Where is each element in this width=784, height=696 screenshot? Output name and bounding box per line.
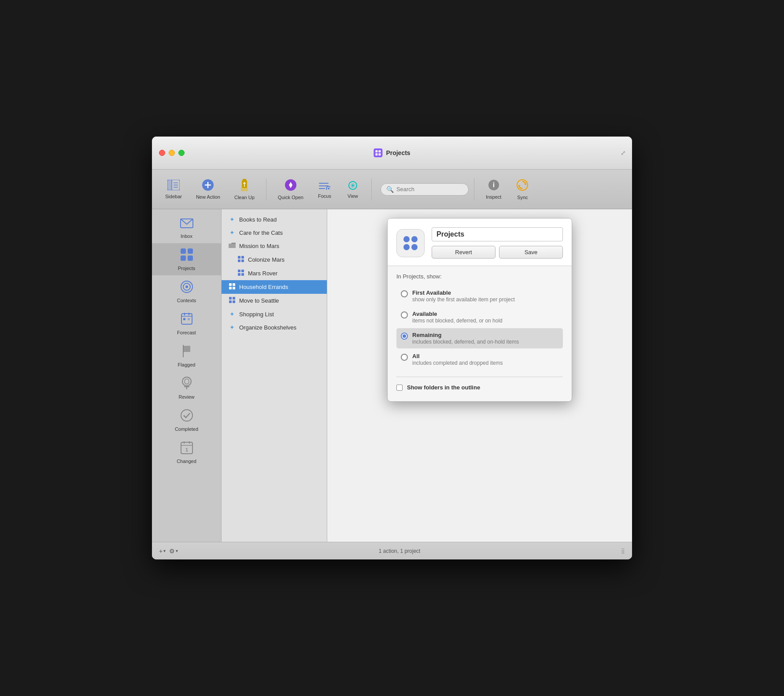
review-icon: [181, 376, 193, 392]
popup-radio-group: First Available show only the first avai…: [396, 286, 563, 370]
list-item-rover[interactable]: Mars Rover: [222, 267, 327, 280]
list-item-mars-folder[interactable]: Mission to Mars: [222, 239, 327, 253]
projects-icon: [180, 248, 194, 264]
show-folders-row[interactable]: Show folders in the outline: [396, 382, 563, 392]
svg-marker-48: [183, 346, 190, 352]
list-item-colonize[interactable]: Colonize Mars: [222, 253, 327, 267]
minimize-button[interactable]: [169, 150, 175, 156]
popup-dot-3: [403, 244, 410, 250]
gear-dropdown-icon: ▾: [176, 548, 178, 553]
quick-open-button[interactable]: Quick Open: [272, 175, 310, 204]
bookshelves-icon: ✦: [229, 324, 236, 331]
sync-label: Sync: [517, 195, 528, 200]
svg-rect-45: [183, 318, 185, 320]
new-action-button[interactable]: New Action: [190, 176, 226, 203]
view-icon: [347, 180, 359, 192]
sidebar-item-completed[interactable]: Completed: [152, 404, 221, 436]
option-all-text: All includes completed and dropped items: [412, 353, 558, 366]
mars-folder-icon: [229, 242, 236, 250]
view-label: View: [348, 193, 358, 199]
radio-remaining[interactable]: [401, 333, 408, 340]
sidebar-item-forecast[interactable]: Forecast: [152, 307, 221, 340]
forecast-label: Forecast: [177, 330, 196, 335]
search-input[interactable]: [396, 186, 463, 193]
list-item-seattle[interactable]: Move to Seattle: [222, 294, 327, 307]
radio-first-available[interactable]: [401, 290, 408, 297]
option-remaining[interactable]: Remaining includes blocked, deferred, an…: [396, 328, 563, 348]
toolbar-separator-1: [266, 178, 266, 200]
statusbar-text: 1 action, 1 project: [181, 548, 618, 554]
traffic-lights: [159, 150, 185, 156]
window-title: Projects: [386, 149, 410, 156]
close-button[interactable]: [159, 150, 165, 156]
option-available-text: Available items not blocked, deferred, o…: [412, 311, 558, 324]
quick-open-icon: [285, 179, 297, 193]
statusbar-gear-button[interactable]: ⚙ ▾: [169, 548, 178, 555]
new-action-icon: [202, 179, 214, 193]
option-first-available[interactable]: First Available show only the first avai…: [396, 286, 563, 306]
statusbar-add-button[interactable]: + ▾: [159, 548, 166, 555]
option-all-desc: includes completed and dropped items: [412, 360, 558, 366]
option-first-available-desc: show only the first available item per p…: [412, 296, 558, 303]
radio-all[interactable]: [401, 354, 408, 361]
inspect-button[interactable]: i Inspect: [480, 176, 507, 203]
svg-rect-59: [238, 256, 240, 259]
svg-rect-60: [241, 256, 244, 259]
toolbar: Sidebar New Action: [152, 170, 632, 209]
list-item-cats[interactable]: ✦ Care for the Cats: [222, 226, 327, 239]
maximize-button[interactable]: [178, 150, 185, 156]
list-item-books[interactable]: ✦ Books to Read: [222, 213, 327, 226]
mars-folder-text: Mission to Mars: [239, 243, 320, 249]
svg-rect-62: [241, 259, 244, 262]
projects-label: Projects: [178, 266, 196, 271]
option-remaining-desc: includes blocked, deferred, and on-hold …: [412, 339, 558, 345]
inspect-label: Inspect: [486, 194, 501, 200]
svg-rect-34: [181, 248, 186, 254]
svg-rect-46: [188, 318, 190, 320]
search-box[interactable]: 🔍: [381, 183, 469, 196]
option-all[interactable]: All includes completed and dropped items: [396, 349, 563, 370]
settings-popup: Revert Save In Projects, show:: [387, 218, 572, 402]
window-resize-button[interactable]: ⤢: [621, 149, 626, 156]
popup-app-icon-grid: [400, 233, 421, 254]
forecast-icon: [180, 312, 194, 328]
svg-rect-72: [233, 297, 235, 300]
popup-top: Revert Save: [388, 218, 572, 266]
svg-rect-17: [241, 188, 248, 191]
list-item-household[interactable]: Household Errands: [222, 280, 327, 294]
sidebar-item-projects[interactable]: Projects: [152, 243, 221, 275]
clean-up-button[interactable]: Clean Up: [228, 175, 261, 204]
sidebar-item-review[interactable]: Review: [152, 372, 221, 404]
clean-up-icon: [239, 179, 250, 193]
popup-dot-1: [403, 236, 410, 242]
rover-icon: [237, 270, 244, 277]
focus-icon: [319, 180, 330, 192]
sidebar-item-flagged[interactable]: Flagged: [152, 340, 221, 372]
changed-label: Changed: [177, 459, 196, 464]
seattle-icon: [229, 297, 236, 304]
add-dropdown-icon: ▾: [163, 548, 166, 553]
focus-button[interactable]: Focus: [311, 177, 338, 202]
contexts-icon: [180, 280, 194, 296]
project-name-input[interactable]: [432, 227, 563, 241]
svg-rect-5: [167, 180, 172, 190]
sync-button[interactable]: Sync: [509, 175, 536, 204]
popup-dot-2: [411, 236, 418, 242]
revert-button[interactable]: Revert: [432, 246, 496, 259]
show-folders-checkbox[interactable]: [396, 385, 403, 391]
option-remaining-label: Remaining: [412, 332, 558, 338]
sidebar-item-changed[interactable]: 1 Changed: [152, 436, 221, 468]
view-button[interactable]: View: [340, 177, 366, 202]
sidebar-item-inbox[interactable]: Inbox: [152, 213, 221, 243]
household-text: Household Errands: [239, 284, 320, 290]
sidebar-item-contexts[interactable]: Contexts: [152, 275, 221, 307]
changed-icon: 1: [180, 441, 193, 457]
save-button[interactable]: Save: [499, 246, 563, 259]
sidebar-toggle-button[interactable]: Sidebar: [159, 176, 188, 203]
main-window: Projects ⤢ Sidebar: [152, 137, 632, 559]
list-item-bookshelves[interactable]: ✦ Organize Bookshelves: [222, 321, 327, 334]
option-available[interactable]: Available items not blocked, deferred, o…: [396, 307, 563, 327]
radio-available[interactable]: [401, 311, 408, 318]
list-item-shopping[interactable]: ✦ Shopping List: [222, 307, 327, 321]
inspect-icon: i: [488, 179, 499, 193]
